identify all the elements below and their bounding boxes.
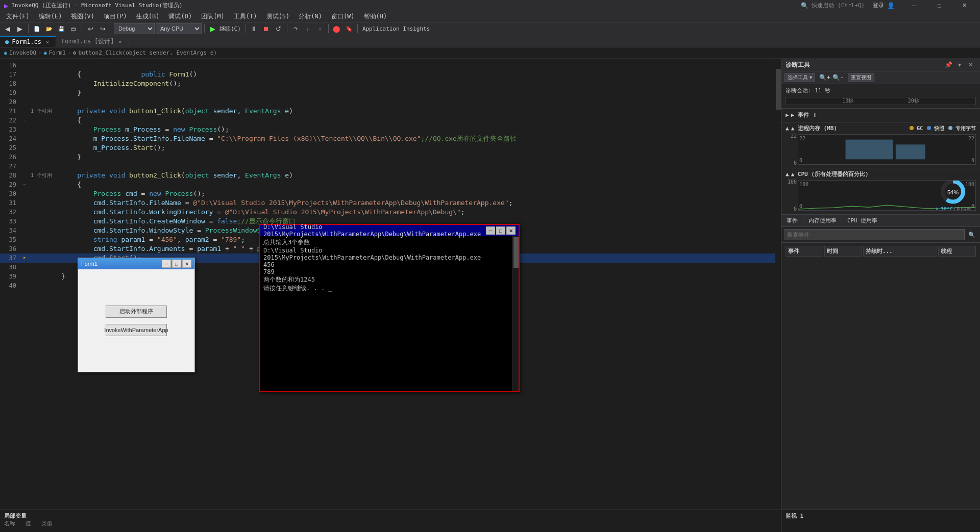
restart-button[interactable]: ↺ (273, 23, 284, 34)
code-line-18: 18 InitializeComponent(); (0, 79, 775, 88)
tab-close-form1-cs[interactable]: ✕ (44, 39, 51, 45)
timeline-area: 10秒 20秒 (786, 97, 976, 105)
menu-project[interactable]: 项目(P) (100, 11, 131, 22)
forward-button[interactable]: ▶ (14, 23, 26, 34)
menu-file[interactable]: 文件(F) (2, 11, 34, 22)
console-minimize[interactable]: ─ (486, 226, 495, 235)
console-scrollbar[interactable] (512, 236, 519, 391)
form1-restore[interactable]: □ (172, 260, 181, 268)
open-file-button[interactable]: 📂 (43, 23, 55, 34)
tab-close-form1-design[interactable]: ✕ (117, 38, 124, 45)
code-line-28: 28 1 个引用 private void button2_Click(obje… (0, 171, 775, 180)
launch-external-button[interactable]: 启动外部程序 (106, 306, 167, 318)
event-tab-cpu[interactable]: CPU 使用率 (842, 215, 883, 226)
memory-chart: 22 0 22 0 (798, 134, 976, 165)
breadcrumb-part2[interactable]: Form1 (49, 49, 66, 56)
snapshot-legend: 快照 (927, 125, 944, 132)
tab-form1-cs[interactable]: ● Form1.cs ✕ (0, 36, 56, 47)
menu-help[interactable]: 帮助(H) (360, 11, 391, 22)
watch-title: 监视 1 (786, 512, 803, 520)
minimize-button[interactable]: ─ (903, 0, 926, 11)
code-scrollbar[interactable] (775, 59, 781, 510)
menu-test[interactable]: 测试(S) (262, 11, 294, 22)
close-button[interactable]: ✕ (953, 0, 976, 11)
menu-debug[interactable]: 调试(D) (164, 11, 196, 22)
login-label[interactable]: 登录 (873, 2, 884, 9)
menu-build[interactable]: 生成(B) (132, 11, 164, 22)
save-all-button[interactable]: 🗃 (68, 23, 79, 34)
pause-button[interactable]: ⏸ (249, 23, 260, 34)
invoke-parameter-button[interactable]: InvokeWithParameterApp (106, 324, 167, 336)
form1-close[interactable]: ✕ (182, 260, 191, 268)
search-button[interactable]: 🔍 (967, 230, 977, 240)
diag-scroll-area[interactable]: 选择工具 ▾ 🔍+ 🔍- 重置视图 诊断会话: 11 秒 (781, 71, 980, 510)
restore-button[interactable]: □ (928, 0, 951, 11)
screenshot-button[interactable]: 重置视图 (848, 73, 874, 82)
mem-chart-right-label: 22 (968, 136, 974, 141)
tab-form1-design[interactable]: Form1.cs [设计] ✕ (56, 36, 129, 47)
console-scrollbar-thumb[interactable] (513, 237, 519, 268)
code-scrollbar-thumb[interactable] (776, 69, 781, 110)
back-button[interactable]: ◀ (2, 23, 13, 34)
menu-analyze[interactable]: 分析(N) (295, 11, 326, 22)
pause-icon[interactable]: ⏸ (811, 111, 819, 119)
memory-legend: GC 快照 专用字节 (910, 125, 976, 132)
breakpoint-button[interactable]: ⬤ (331, 23, 342, 34)
step-over-button[interactable]: ↷ (290, 23, 301, 34)
tab-bar: ● Form1.cs ✕ Form1.cs [设计] ✕ (0, 35, 980, 47)
diag-dropdown-button[interactable]: ▾ (954, 60, 965, 70)
event-tab-events[interactable]: 事件 (781, 215, 803, 226)
undo-button[interactable]: ↩ (85, 23, 96, 34)
menu-window[interactable]: 窗口(W) (327, 11, 359, 22)
cpu-donut-chart: 54% (940, 180, 966, 205)
bookmark-button[interactable]: 🔖 (344, 23, 355, 34)
search-events-input[interactable] (785, 229, 965, 240)
console-line-5: 两个数的和为1245 (263, 275, 516, 284)
event-tab-memory[interactable]: 内存使用率 (803, 215, 842, 226)
breadcrumb-sep2: › (68, 49, 71, 56)
select-tool-button[interactable]: 选择工具 ▾ (785, 73, 815, 82)
memory-toggle[interactable]: ▲ (786, 125, 789, 132)
step-out-button[interactable]: ↑ (314, 23, 326, 34)
cpu-config-select[interactable]: Any CPU (156, 23, 202, 34)
mem-label-bot: 0 (786, 160, 797, 166)
breadcrumb-part3[interactable]: button2_Click(object sender, EventArgs e… (78, 49, 217, 56)
cpu-y-labels: 100 0 (786, 179, 798, 212)
title-bar: ▶ InvokeQQ (正在运行) - Microsoft Visual Stu… (0, 0, 980, 11)
form1-controls: ─ □ ✕ (162, 260, 191, 268)
menu-view[interactable]: 视图(V) (67, 11, 99, 22)
menu-bar: 文件(F) 编辑(E) 视图(V) 项目(P) 生成(B) 调试(D) 团队(M… (0, 11, 980, 22)
events-toggle-icon[interactable]: ▶ (786, 112, 789, 118)
breadcrumb-part1[interactable]: InvokeQQ (9, 49, 36, 56)
private-bytes-legend: 专用字节 (948, 125, 976, 132)
local-vars-panel: 局部变量 名称 值 类型 监视 1 (0, 510, 980, 532)
sep5 (246, 24, 246, 33)
step-into-button[interactable]: ↓ (302, 23, 313, 34)
new-file-button[interactable]: 📄 (31, 23, 42, 34)
debug-config-select[interactable]: Debug (114, 23, 155, 34)
col-event: 事件 (786, 246, 823, 257)
console-close[interactable]: ✕ (506, 226, 516, 235)
cpu-toggle[interactable]: ▲ (786, 171, 789, 178)
zoom-out-icon[interactable]: 🔍- (832, 74, 844, 81)
save-button[interactable]: 💾 (56, 23, 67, 34)
zoom-in-icon[interactable]: 🔍+ (819, 74, 830, 81)
diag-toolbar: 选择工具 ▾ 🔍+ 🔍- 重置视图 (781, 71, 980, 84)
form1-body: 启动外部程序 InvokeWithParameterApp (78, 269, 194, 372)
diag-pin-button[interactable]: 📌 (943, 60, 953, 70)
stop-button[interactable]: ⏹ (261, 23, 272, 34)
sep6 (287, 24, 287, 33)
redo-button[interactable]: ↪ (97, 23, 108, 34)
form1-title-text: Form1 (81, 261, 97, 267)
console-line-6: 请按任意键继续. . . _ (263, 284, 516, 293)
locals-col-type: 类型 (41, 520, 53, 527)
menu-tools[interactable]: 工具(T) (230, 11, 261, 22)
diag-close-button[interactable]: ✕ (966, 60, 976, 70)
breadcrumb-icon2: ◉ (44, 50, 47, 56)
form1-minimize[interactable]: ─ (162, 260, 171, 268)
continue-button[interactable]: ▶ (207, 23, 218, 34)
mem-label-top: 22 (786, 133, 797, 139)
menu-team[interactable]: 团队(M) (197, 11, 229, 22)
menu-edit[interactable]: 编辑(E) (35, 11, 66, 22)
console-restore[interactable]: □ (496, 226, 505, 235)
